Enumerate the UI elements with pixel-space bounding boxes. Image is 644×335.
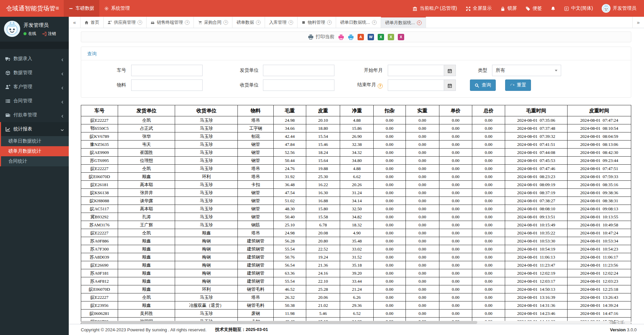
memo-button[interactable]: 便签: [521, 0, 546, 17]
end-month-input[interactable]: [388, 79, 444, 91]
table-row[interactable]: 皖E22227仝凯马玉珍塔吊26.3220.066.260.000.000.00…: [81, 293, 631, 301]
tab-供应商管理[interactable]: 供应商管理×: [104, 17, 147, 28]
table-row[interactable]: 皖E06070D顺鑫环利钢管毛料46.5225.2821.240.000.000…: [81, 285, 631, 293]
column-header[interactable]: 单价: [439, 105, 472, 116]
column-header[interactable]: 发货单位: [118, 105, 175, 116]
column-header[interactable]: 皮重: [306, 105, 340, 116]
tenant-menu-item[interactable]: 当前租户 (总管理): [408, 0, 461, 17]
start-month-calendar-button[interactable]: [444, 65, 456, 76]
horizontal-scrollbar[interactable]: [81, 321, 631, 324]
table-row[interactable]: 苏GT6995位理想马玉珍钢管50.4415.6434.800.000.000.…: [81, 157, 631, 165]
export-excel-light-icon[interactable]: X: [388, 34, 394, 40]
print-current-button[interactable]: 打印当前: [308, 34, 334, 40]
help-icon[interactable]: ?: [378, 83, 383, 89]
table-row[interactable]: 皖E06070D顺鑫环利塔吊31.9225.306.620.000.000.00…: [81, 173, 631, 181]
table-row[interactable]: 皖E22227仝凯顺鑫塔吊24.9820.084.900.000.000.000…: [81, 229, 631, 237]
table-row[interactable]: 皖AE9909崔国胜马玉珍钢管52.5618.2434.320.000.000.…: [81, 149, 631, 157]
scrollbar-thumb[interactable]: [81, 321, 477, 324]
tabs-scroll-left-button[interactable]: «: [69, 17, 80, 28]
close-icon[interactable]: ×: [288, 20, 293, 25]
table-row[interactable]: 苏A7F300顺鑫梅钢建筑钢管55.5422.5233.020.000.000.…: [81, 245, 631, 253]
search-button[interactable]: 查询: [470, 79, 496, 91]
close-icon[interactable]: ×: [223, 20, 228, 25]
close-icon[interactable]: ×: [138, 20, 142, 25]
print-export-pink-icon[interactable]: [338, 34, 344, 40]
column-header[interactable]: 净重: [340, 105, 374, 116]
export-pdf-icon[interactable]: A: [358, 34, 364, 40]
sidebar-item-客户管理[interactable]: 客户管理: [0, 80, 69, 94]
table-row[interactable]: 豫NZ5635韦天马玉珍钢管47.8415.4632.380.000.000.0…: [81, 141, 631, 149]
tab-首页[interactable]: 首页: [80, 17, 104, 28]
tab-入库管理[interactable]: 入库管理×: [265, 17, 298, 28]
tab-磅单日数据统...[interactable]: 磅单日数据统...×: [336, 17, 381, 28]
fullscreen-button[interactable]: 全屏显示: [462, 0, 496, 17]
end-month-calendar-button[interactable]: [444, 79, 456, 91]
column-header[interactable]: 皮重时间: [567, 105, 631, 116]
tab-磅单月数据统...[interactable]: 磅单月数据统...×: [381, 17, 426, 28]
table-row[interactable]: 苏A4F812顺鑫梅钢建筑钢管55.5422.1033.440.000.000.…: [81, 277, 631, 285]
table-row[interactable]: 皖E23956顺鑫冶服双赢（退货）钢管毛料50.3821.0229.360.00…: [81, 301, 631, 310]
language-menu-item[interactable]: 文 中文(简体): [560, 0, 597, 17]
table-row[interactable]: 苏AM3176王广辉马玉珍钢筋25.106.7818.320.000.000.0…: [81, 221, 631, 229]
tab-磅单数据[interactable]: 磅单数据×: [232, 17, 265, 28]
table-row[interactable]: 皖0606281吴邦胜马玉珍废钢11.985.466.520.000.000.0…: [81, 310, 631, 318]
column-header[interactable]: 实重: [406, 105, 439, 116]
export-excel-icon[interactable]: X: [378, 34, 384, 40]
notifications-button[interactable]: [546, 0, 560, 17]
navbar-tab-系统管理[interactable]: 系统管理: [99, 0, 135, 17]
user-menu-item[interactable]: 开发管理员: [597, 0, 641, 17]
tab-采购合同[interactable]: 采购合同×: [194, 17, 232, 28]
lock-screen-button[interactable]: 锁屏: [496, 0, 521, 17]
column-header[interactable]: 收货单位: [175, 105, 238, 116]
close-icon[interactable]: ×: [327, 20, 332, 25]
sidebar-item-合同管理[interactable]: 合同管理: [0, 94, 69, 108]
column-header[interactable]: 总价: [472, 105, 505, 116]
table-row[interactable]: 苏A8D039顺鑫梅钢建筑钢管50.7619.2431.520.000.000.…: [81, 253, 631, 261]
close-icon[interactable]: ×: [185, 20, 190, 25]
tab-物料管理[interactable]: 物料管理×: [298, 17, 336, 28]
table-row[interactable]: 皖AC5117高本聪马玉珍钢管48.3015.8032.500.000.000.…: [81, 205, 631, 213]
sender-input[interactable]: [263, 65, 334, 76]
export-excel-pink-icon[interactable]: X: [398, 34, 404, 40]
export-word-icon[interactable]: W: [368, 34, 374, 40]
sidebar-item-统计报表[interactable]: 统计报表: [1, 122, 69, 136]
table-row[interactable]: 皖E26181高本聪马玉珍卡扣36.4816.2220.260.000.000.…: [81, 181, 631, 189]
column-header[interactable]: 物料: [238, 105, 274, 116]
tab-销售终端管理[interactable]: 销售终端管理×: [147, 17, 194, 28]
sidebar-subitem-合同统计[interactable]: 合同统计: [1, 156, 69, 166]
print-export-blue-icon[interactable]: [348, 34, 354, 40]
sidebar-item-付款单管理[interactable]: 付款单管理: [0, 108, 69, 122]
table-row[interactable]: 皖E22227仝凯马玉珍塔吊24.7619.884.880.000.000.00…: [81, 165, 631, 173]
brand-logo[interactable]: 仓域通智能货场管: [0, 0, 51, 17]
column-header[interactable]: 车号: [81, 105, 118, 116]
logout-button[interactable]: 注销: [42, 31, 56, 37]
plate-input[interactable]: [131, 65, 203, 76]
table-row[interactable]: 皖KS6138张井井马玉珍钢管47.5416.3031.240.000.000.…: [81, 189, 631, 197]
table-row[interactable]: 苏A0F886顺鑫梅钢建筑钢管56.2820.8035.480.000.000.…: [81, 237, 631, 245]
close-icon[interactable]: ×: [372, 20, 377, 25]
tabs-scroll-right-button[interactable]: »: [632, 17, 644, 28]
receiver-input[interactable]: [263, 79, 334, 91]
table-row[interactable]: 苏A0F181顺鑫梅钢建筑钢管63.3624.1639.200.000.000.…: [81, 269, 631, 277]
table-row[interactable]: 鄂S550C5占正武马玉珍工字钢34.6618.8015.860.000.000…: [81, 124, 631, 132]
column-header[interactable]: 毛重: [273, 105, 306, 116]
sidebar-subitem-磅单月数据统计[interactable]: 磅单月数据统计: [1, 146, 69, 156]
reset-button[interactable]: 重置: [505, 79, 531, 91]
table-row[interactable]: 皖KV6789张华马玉珍刨花42.4415.5426.900.000.000.0…: [81, 132, 631, 141]
table-row[interactable]: 皖KH8088谈华露马玉珍钢管51.0216.8834.140.000.000.…: [81, 197, 631, 205]
sidebar-item-数据管理[interactable]: 数据管理: [0, 66, 69, 80]
start-month-input[interactable]: [388, 65, 444, 76]
close-icon[interactable]: ×: [256, 20, 261, 25]
material-input[interactable]: [131, 79, 203, 91]
sidebar-toggle-button[interactable]: ≡: [51, 0, 64, 17]
column-header[interactable]: 毛重时间: [505, 105, 567, 116]
type-select[interactable]: 所有: [492, 65, 561, 76]
column-header[interactable]: 扣杂: [374, 105, 406, 116]
sidebar-item-数据录入[interactable]: 数据录入: [0, 52, 69, 66]
navbar-tab-车磅数据[interactable]: 车磅数据: [64, 0, 99, 17]
query-panel-title[interactable]: 查询: [81, 47, 631, 60]
table-row[interactable]: 皖E22227仝凯马玉珍塔吊24.9820.104.880.000.000.00…: [81, 116, 631, 124]
sidebar-subitem-磅单日数据统计[interactable]: 磅单日数据统计: [1, 136, 69, 146]
table-row[interactable]: 冀B93292孔涛马玉珍钢管50.4015.5834.820.000.000.0…: [81, 213, 631, 221]
close-icon[interactable]: ×: [417, 20, 422, 25]
